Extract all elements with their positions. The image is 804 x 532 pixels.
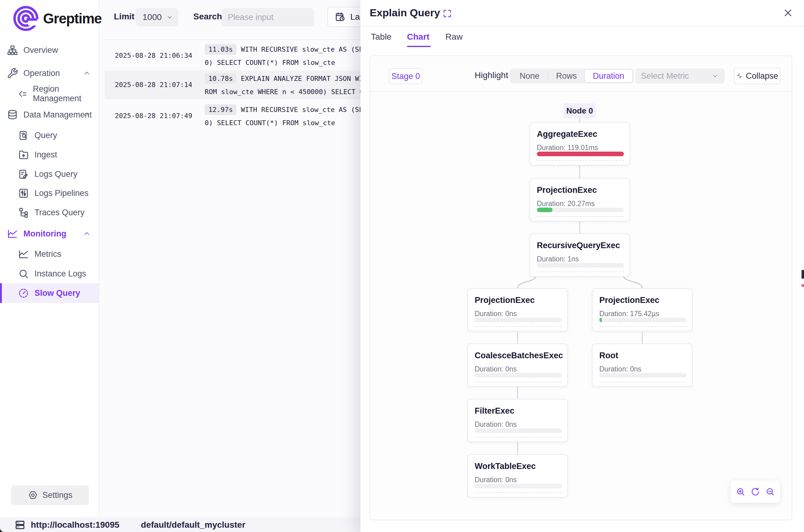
zoom-in-icon[interactable] [736, 487, 746, 497]
time-range-button[interactable]: Last [327, 7, 361, 27]
row-query-cell: 11.03s WITH RECURSIVE slow_cte AS (SELE … [205, 44, 361, 66]
tab-raw[interactable]: Raw [445, 32, 463, 42]
document-search-icon [18, 130, 29, 141]
node-title: AggregateExec [537, 130, 629, 139]
duration-badge: 10.78s [205, 73, 236, 84]
sidebar-item-metrics[interactable]: Metrics [0, 244, 99, 264]
node-title: Root [599, 351, 692, 360]
sidebar-item-logs-pipelines[interactable]: Logs Pipelines [0, 183, 99, 203]
node-duration: Duration: 1ns [537, 255, 629, 263]
node-dotted-divider [475, 382, 562, 382]
node-duration: Duration: 0ns [599, 365, 692, 373]
sidebar-item-region-management[interactable]: Region Management [0, 84, 99, 103]
calendar-clock-icon [334, 12, 346, 22]
sidebar-item-label: Data Management [23, 110, 92, 120]
node-duration: Duration: 175.42µs [599, 310, 692, 318]
plan-node-aggregate-exec[interactable]: AggregateExec Duration: 119.01ms [529, 122, 630, 166]
close-icon[interactable] [783, 8, 793, 18]
row-query-cell: 12.97s WITH RECURSIVE slow_cte AS (SELE … [205, 104, 361, 127]
search-input[interactable] [222, 8, 314, 26]
sidebar-item-traces-query[interactable]: Traces Query [0, 203, 99, 222]
slow-query-row-selected[interactable]: 2025-08-28 21:07:14 10.78s EXPLAIN ANALY… [105, 71, 361, 99]
database-icon [7, 109, 18, 120]
sidebar-item-ingest[interactable]: Ingest [0, 145, 99, 165]
active-tab-underline [407, 46, 431, 47]
sidebar-item-slow-query[interactable]: Slow Query [0, 283, 99, 303]
duration-bar [537, 152, 624, 156]
settings-label: Settings [42, 491, 73, 500]
time-range-label: Last [350, 12, 361, 22]
settings-button[interactable]: Settings [11, 485, 89, 505]
gauge-icon [18, 287, 29, 299]
chevron-up-icon[interactable] [83, 69, 91, 77]
plan-node-work-table-exec[interactable]: WorkTableExec Duration: 0ns [467, 454, 568, 497]
sidebar-item-overview[interactable]: Overview [0, 40, 99, 60]
plan-node-projection-exec-3[interactable]: ProjectionExec Duration: 175.42µs [592, 288, 693, 331]
row-timestamp: 2025-08-28 21:07:49 [115, 101, 193, 130]
duration-bar [599, 373, 687, 378]
brand-logo: Greptime [12, 4, 102, 33]
edge-artifact [802, 284, 804, 287]
zoom-out-icon[interactable] [765, 487, 775, 497]
node-title: WorkTableExec [475, 461, 567, 471]
plan-node-root[interactable]: Root Duration: 0ns [592, 343, 693, 387]
slow-query-row[interactable]: 2025-08-28 21:07:49 12.97s WITH RECURSIV… [105, 101, 361, 130]
plan-node-coalesce-batches-exec[interactable]: CoalesceBatchesExec Duration: 0ns [467, 343, 568, 387]
node-dotted-divider [475, 437, 562, 438]
duration-bar [475, 318, 562, 322]
node-duration: Duration: 20.27ms [537, 200, 629, 208]
wrench-icon [7, 68, 18, 79]
reset-view-icon[interactable] [750, 487, 760, 497]
sidebar-item-logs-query[interactable]: Logs Query [0, 164, 99, 184]
metrics-chart-icon [18, 248, 29, 260]
row-timestamp: 2025-08-28 21:07:14 [115, 71, 193, 99]
sidebar-item-label: Query [35, 131, 57, 140]
node-dotted-divider [537, 271, 624, 272]
server-url[interactable]: http://localhost:19095 [31, 520, 120, 530]
tab-chart[interactable]: Chart [407, 32, 430, 42]
sidebar-item-query[interactable]: Query [0, 126, 99, 145]
limit-value: 1000 [143, 12, 162, 22]
line-chart-icon [7, 228, 18, 240]
node-title: ProjectionExec [475, 296, 567, 305]
plan-node-filter-exec[interactable]: FilterExec Duration: 0ns [467, 399, 568, 442]
sidebar-item-operation[interactable]: Operation [0, 63, 99, 83]
sliders-icon [18, 188, 29, 199]
query-text-line2: ROM slow_cte WHERE n < 450000) SELECT CO [205, 88, 361, 96]
sidebar-item-label: Region Management [33, 84, 99, 103]
query-text-line1: WITH RECURSIVE slow_cte AS (SELE [241, 106, 361, 113]
node-title: CoalesceBatchesExec [475, 351, 567, 360]
duration-bar [537, 208, 624, 212]
sidebar-item-monitoring[interactable]: Monitoring [0, 224, 99, 244]
node-duration: Duration: 119.01ms [537, 144, 629, 152]
sidebar-item-label: Logs Query [35, 169, 77, 179]
node-dotted-divider [599, 326, 687, 327]
sidebar-item-data-management[interactable]: Data Management [0, 105, 99, 125]
plan-node-projection-exec-1[interactable]: ProjectionExec Duration: 20.27ms [529, 178, 630, 222]
node-duration: Duration: 0ns [475, 365, 567, 373]
chevron-up-icon[interactable] [83, 111, 91, 119]
slow-query-row[interactable]: 2025-08-28 21:06:34 11.03s WITH RECURSIV… [105, 41, 361, 70]
cluster-name[interactable]: default/default_mycluster [141, 520, 245, 530]
node-title: ProjectionExec [599, 296, 692, 305]
node-dotted-divider [599, 382, 687, 382]
tab-table[interactable]: Table [371, 32, 391, 42]
tree-icon [18, 207, 29, 218]
explain-chart-card: Stage 0 Highlight None Rows Duration Sel… [370, 55, 792, 520]
sidebar-item-instance-logs[interactable]: Instance Logs [0, 264, 99, 284]
expand-icon[interactable] [442, 8, 452, 18]
plan-node-recursive-query-exec[interactable]: RecursiveQueryExec Duration: 1ns [529, 233, 630, 277]
row-query-cell: 10.78s EXPLAIN ANALYZE FORMAT JSON WITH … [205, 73, 361, 96]
limit-select[interactable]: 1000 [136, 8, 178, 26]
folder-ingest-icon [18, 149, 29, 160]
duration-bar [599, 318, 687, 322]
chevron-up-icon[interactable] [83, 230, 91, 238]
edge-artifact [802, 270, 804, 279]
chevron-down-icon [166, 14, 173, 21]
gear-icon [28, 490, 38, 500]
brand-name: Greptime [43, 10, 102, 27]
query-text-line2: 0) SELECT COUNT(*) FROM slow_cte [205, 119, 361, 127]
plan-node-projection-exec-2[interactable]: ProjectionExec Duration: 0ns [467, 288, 568, 331]
limit-label: Limit [114, 12, 134, 21]
panel-title: Explain Query [370, 7, 440, 19]
